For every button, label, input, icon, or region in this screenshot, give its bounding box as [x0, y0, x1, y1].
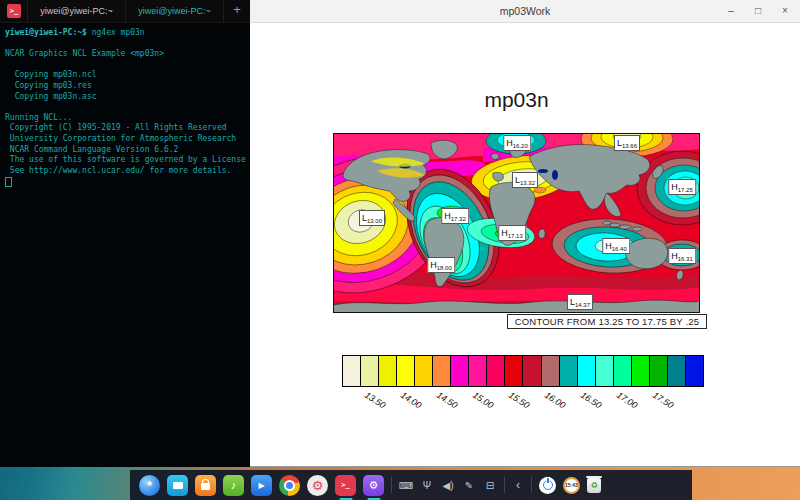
- colorbar-labels: 13.5014.0014.5015.0015.5016.0016.5017.00…: [342, 389, 702, 413]
- close-icon[interactable]: ×: [778, 0, 792, 22]
- colorbar-cell: [505, 356, 523, 386]
- colorbar-cell: [433, 356, 451, 386]
- colorbar-cell: [397, 356, 415, 386]
- volume-icon[interactable]: ◀): [441, 480, 455, 491]
- terminal-line: Copyright (C) 1995-2019 - All Rights Res…: [5, 123, 245, 134]
- plot-window-titlebar[interactable]: mp03Work – □ ×: [250, 0, 800, 23]
- colorbar-tick-label: 13.50: [363, 390, 387, 411]
- extremum-label: L13.32: [512, 172, 538, 188]
- app-store-icon[interactable]: [195, 475, 216, 496]
- active-indicator: [339, 498, 352, 500]
- extremum-label: L13.66: [614, 135, 640, 151]
- chrome-icon[interactable]: [279, 475, 300, 496]
- battery-icon[interactable]: ⊟: [483, 480, 497, 491]
- colorbar-cell: [542, 356, 560, 386]
- terminal-app-icon: >_: [7, 4, 21, 18]
- terminal-line: [5, 39, 245, 50]
- terminal-output[interactable]: yiwei@yiwei-PC:~$ ng4ex mp03n NCAR Graph…: [0, 23, 250, 462]
- colorbar-cell: [361, 356, 379, 386]
- video-icon[interactable]: ▶: [251, 475, 272, 496]
- colorbar-cell: [650, 356, 668, 386]
- trash-icon[interactable]: ♻: [587, 478, 601, 493]
- terminal-line: University Corporation for Atmospheric R…: [5, 134, 245, 145]
- control-center-icon[interactable]: ⚙: [307, 475, 328, 496]
- terminal-line: NCAR Graphics NCL Example <mp03n>: [5, 49, 245, 60]
- terminal-tab-1[interactable]: yiwei@yiwei-PC:~: [27, 0, 125, 22]
- colorbar-cell: [379, 356, 397, 386]
- microphone-icon[interactable]: Ψ: [420, 480, 434, 491]
- window-title: mp03Work: [250, 0, 800, 22]
- colorbar-cell: [415, 356, 433, 386]
- chevron-left-icon[interactable]: ‹: [512, 478, 524, 492]
- colorbar-tick-label: 15.50: [507, 390, 531, 411]
- colorbar-cell: [632, 356, 650, 386]
- colorbar-cell: [523, 356, 541, 386]
- dock-separator: [391, 477, 392, 493]
- extremum-label: H16.40: [602, 238, 630, 254]
- contour-info-box: CONTOUR FROM 13.25 TO 17.75 BY .25: [507, 314, 707, 329]
- colorbar-cell: [578, 356, 596, 386]
- colorbar-cell: [487, 356, 505, 386]
- minimize-icon[interactable]: –: [724, 0, 738, 22]
- dock-separator: [531, 477, 532, 493]
- terminal-line: Copying mp03.res: [5, 81, 245, 92]
- file-manager-icon[interactable]: [167, 475, 188, 496]
- map-markers: H16.20L13.66L13.32H17.25L13.00H17.32H17.…: [333, 133, 700, 313]
- extremum-label: L13.00: [359, 210, 385, 226]
- terminal-line: Running NCL...: [5, 113, 245, 124]
- colorbar-cell: [596, 356, 614, 386]
- colorbar-tick-label: 14.00: [399, 390, 423, 411]
- plot-title: mp03n: [333, 88, 700, 112]
- colorbar-cell: [343, 356, 361, 386]
- dock-separator: [504, 477, 505, 493]
- colorbar-tick-label: 14.50: [435, 390, 459, 411]
- extremum-label: L14.37: [567, 294, 593, 310]
- colorbar-cell: [560, 356, 578, 386]
- new-tab-button[interactable]: +: [223, 0, 250, 22]
- terminal-cursor: [5, 177, 12, 187]
- keyboard-icon[interactable]: ⌨: [399, 480, 413, 491]
- colorbar-cell: [686, 356, 703, 386]
- colorbar-cell: [668, 356, 686, 386]
- colorbar-tick-label: 16.00: [543, 390, 567, 411]
- dock: * ♪ ▶ ⚙ >_ ⚙ ⌨ Ψ ◀) ✎ ⊟ ‹ 15:43 ♻: [130, 470, 692, 500]
- colorbar-tick-label: 15.00: [471, 390, 495, 411]
- terminal-line: NCAR Command Language Version 6.6.2: [5, 145, 245, 156]
- extremum-label: H16.31: [668, 248, 696, 264]
- terminal-line: The use of this software is governed by …: [5, 155, 245, 166]
- extremum-label: H17.32: [441, 208, 469, 224]
- active-indicator: [367, 498, 380, 500]
- colorbar-cell: [451, 356, 469, 386]
- plot-window: mp03Work – □ × mp03n: [250, 0, 800, 467]
- colorbar-tick-label: 17.50: [651, 390, 675, 411]
- colorbar-cell: [614, 356, 632, 386]
- maximize-icon[interactable]: □: [751, 0, 765, 22]
- extremum-label: H17.13: [498, 225, 526, 241]
- terminal-line: [5, 102, 245, 113]
- extremum-label: H18.00: [427, 257, 455, 273]
- extremum-label: H17.25: [668, 179, 696, 195]
- terminal-tab-2[interactable]: yiwei@yiwei-PC:~: [125, 0, 223, 22]
- power-icon[interactable]: [539, 477, 556, 494]
- colorbar-cell: [469, 356, 487, 386]
- colorbar-tick-label: 16.50: [579, 390, 603, 411]
- terminal-line: Copying mp03n.asc: [5, 92, 245, 103]
- clock-widget[interactable]: 15:43: [563, 477, 580, 494]
- launcher-icon[interactable]: *: [139, 475, 160, 496]
- pen-icon[interactable]: ✎: [462, 480, 476, 491]
- contour-map: H16.20L13.66L13.32H17.25L13.00H17.32H17.…: [333, 133, 700, 313]
- music-icon[interactable]: ♪: [223, 475, 244, 496]
- extremum-label: H16.20: [503, 135, 531, 151]
- colorbar: [342, 355, 704, 387]
- terminal-line: [5, 60, 245, 71]
- clock-time: 15:43: [565, 482, 578, 488]
- terminal-line: Copying mp03n.ncl: [5, 70, 245, 81]
- terminal-line: See http://www.ncl.ucar.edu/ for more de…: [5, 166, 245, 177]
- package-manager-icon[interactable]: ⚙: [363, 475, 384, 496]
- terminal-dock-icon[interactable]: >_: [335, 475, 356, 496]
- terminal-window: >_ yiwei@yiwei-PC:~ yiwei@yiwei-PC:~ + y…: [0, 0, 250, 467]
- colorbar-tick-label: 17.00: [615, 390, 639, 411]
- terminal-line: yiwei@yiwei-PC:~$ ng4ex mp03n: [5, 28, 245, 39]
- terminal-tabbar: >_ yiwei@yiwei-PC:~ yiwei@yiwei-PC:~ +: [0, 0, 250, 23]
